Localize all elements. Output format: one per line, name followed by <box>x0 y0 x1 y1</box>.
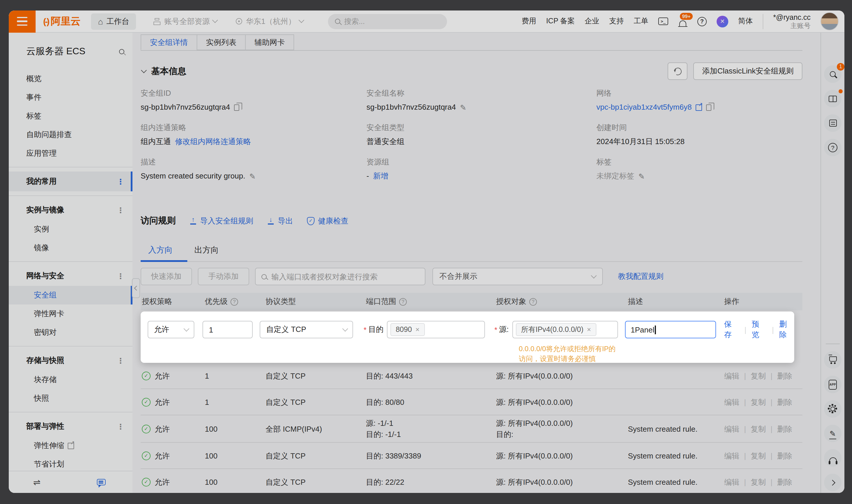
manual-add-button[interactable]: 手动添加 <box>198 268 249 285</box>
sidebar-item-block-storage[interactable]: 块存储 <box>9 371 132 389</box>
cloudshell-icon[interactable]: >_ <box>658 18 668 25</box>
delete-rule-link[interactable]: 删除 <box>779 319 794 340</box>
sidebar-item-overview[interactable]: 概览 <box>9 69 132 88</box>
copy-row-link[interactable]: 复制 <box>751 423 766 434</box>
copy-icon[interactable] <box>234 104 239 110</box>
vpc-link[interactable]: vpc-bp1ciyab1xz4vt5fym6y8 <box>597 102 692 112</box>
edit-row-link[interactable]: 编辑 <box>724 370 739 381</box>
topbar-link-icp[interactable]: ICP 备案 <box>546 16 575 26</box>
copy-icon[interactable] <box>706 104 712 110</box>
edit-row-link[interactable]: 编辑 <box>724 396 739 408</box>
protocol-select[interactable]: 自定义 TCP <box>260 321 353 338</box>
sidebar-section-deploy-elasticity[interactable]: 部署与弹性 ⋮ <box>9 416 132 436</box>
help-circle-icon[interactable]: ? <box>529 298 537 305</box>
brand-x-icon[interactable]: ✕ <box>716 16 728 27</box>
rail-support-button[interactable] <box>824 449 841 467</box>
health-check-link[interactable]: ✓ 健康检查 <box>307 216 349 226</box>
workbench-button[interactable]: ⌂ 工作台 <box>91 13 136 30</box>
copy-row-link[interactable]: 复制 <box>751 396 766 408</box>
refresh-button[interactable] <box>668 62 688 80</box>
config-guide-link[interactable]: 教我配置规则 <box>618 271 663 282</box>
copy-row-link[interactable]: 复制 <box>751 476 766 487</box>
edit-row-link[interactable]: 编辑 <box>724 423 739 434</box>
save-rule-link[interactable]: 保存 <box>724 319 739 340</box>
delete-row-link[interactable]: 删除 <box>777 450 793 461</box>
hamburger-menu-button[interactable] <box>9 11 36 32</box>
sidebar-item-app-management[interactable]: 应用管理 <box>9 144 132 163</box>
topbar-link-billing[interactable]: 费用 <box>522 16 536 26</box>
remove-tag-icon[interactable]: × <box>415 325 420 334</box>
policy-select[interactable]: 允许 <box>148 321 194 338</box>
resource-scope-dropdown[interactable]: 账号全部资源 <box>154 16 217 26</box>
rail-docs-button[interactable] <box>824 90 841 107</box>
copy-row-link[interactable]: 复制 <box>751 450 766 461</box>
avatar[interactable] <box>820 12 838 30</box>
account-info[interactable]: *@ryanc.cc 主账号 <box>773 13 811 30</box>
topbar-link-enterprise[interactable]: 企业 <box>585 16 599 26</box>
region-dropdown[interactable]: 华东1（杭州） <box>236 16 303 26</box>
rail-help-button[interactable]: ? <box>824 139 841 156</box>
sidebar-section-network-security[interactable]: 网络与安全 ⋮ <box>9 266 132 286</box>
rail-settings-button[interactable] <box>824 400 841 418</box>
remove-tag-icon[interactable]: × <box>587 325 591 334</box>
preview-rule-link[interactable]: 预览 <box>752 319 767 340</box>
sidebar-item-enis[interactable]: 弹性网卡 <box>9 305 132 323</box>
edit-pencil-icon[interactable]: ✎ <box>460 104 466 111</box>
sidebar-section-instances-images[interactable]: 实例与镜像 ⋮ <box>9 200 132 220</box>
tab-instance-list[interactable]: 实例列表 <box>197 34 246 50</box>
import-rules-link[interactable]: ↑ 导入安全组规则 <box>190 216 253 226</box>
delete-row-link[interactable]: 删除 <box>777 423 793 434</box>
sidebar-search-icon[interactable] <box>119 49 124 54</box>
feedback-chat-icon[interactable] <box>97 479 106 485</box>
notifications-button[interactable]: 99+ <box>678 17 688 26</box>
sidebar-item-snapshots[interactable]: 快照 <box>9 389 132 408</box>
global-search-input[interactable] <box>344 17 440 25</box>
sidebar-item-images[interactable]: 镜像 <box>9 238 132 257</box>
edit-row-link[interactable]: 编辑 <box>724 450 739 461</box>
rail-app-button[interactable]: APP <box>824 376 841 393</box>
tab-inbound[interactable]: 入方向 <box>141 245 187 261</box>
more-options-icon[interactable]: ⋮ <box>117 178 124 185</box>
priority-input[interactable]: 1 <box>202 321 253 338</box>
copy-row-link[interactable]: 复制 <box>751 370 766 381</box>
more-options-icon[interactable]: ⋮ <box>117 357 124 364</box>
more-options-icon[interactable]: ⋮ <box>117 272 124 280</box>
modify-policy-link[interactable]: 修改组内网络连通策略 <box>175 137 251 147</box>
rule-search-input[interactable] <box>271 272 419 281</box>
delete-row-link[interactable]: 删除 <box>777 476 793 487</box>
topbar-link-tickets[interactable]: 工单 <box>634 16 648 26</box>
sidebar-item-troubleshoot[interactable]: 自助问题排查 <box>9 125 132 144</box>
add-resource-group-link[interactable]: 新增 <box>373 171 388 181</box>
display-mode-select[interactable]: 不合并展示 <box>432 268 603 285</box>
add-classiclink-rule-button[interactable]: 添加ClassicLink安全组规则 <box>694 62 803 80</box>
source-input[interactable]: 所有IPv4(0.0.0.0/0) × <box>512 321 618 338</box>
rail-feedback-button[interactable]: ✎ <box>824 425 841 442</box>
tab-secondary-eni[interactable]: 辅助网卡 <box>245 34 294 50</box>
delete-row-link[interactable]: 删除 <box>777 396 793 408</box>
tab-security-group-detail[interactable]: 安全组详情 <box>141 34 197 50</box>
topbar-link-support[interactable]: 支持 <box>609 16 624 26</box>
help-circle-icon[interactable]: ? <box>231 298 238 305</box>
external-link-icon[interactable] <box>696 104 702 110</box>
rule-description-input[interactable]: 1Panel <box>625 321 716 338</box>
sidebar-item-instances[interactable]: 实例 <box>9 220 132 238</box>
tab-outbound[interactable]: 出方向 <box>193 245 227 261</box>
dest-port-input[interactable]: 8090 × <box>387 321 485 338</box>
sidebar-section-favorites[interactable]: 我的常用 ⋮ <box>9 172 132 191</box>
rail-tasks-button[interactable] <box>824 114 841 132</box>
edit-pencil-icon[interactable]: ✎ <box>249 173 255 180</box>
sidebar-item-auto-scaling[interactable]: 弹性伸缩 <box>9 436 132 455</box>
switch-version-icon[interactable]: ⇌ <box>33 478 40 486</box>
sidebar-collapse-handle[interactable] <box>132 278 140 298</box>
help-circle-icon[interactable]: ? <box>399 298 407 305</box>
rail-search-button[interactable]: 1 <box>824 65 841 83</box>
more-options-icon[interactable]: ⋮ <box>117 206 124 214</box>
collapse-section-icon[interactable] <box>141 67 147 73</box>
sidebar-item-key-pairs[interactable]: 密钥对 <box>9 323 132 342</box>
quick-add-button[interactable]: 快速添加 <box>141 268 192 285</box>
edit-pencil-icon[interactable]: ✎ <box>638 173 645 180</box>
more-options-icon[interactable]: ⋮ <box>117 422 124 430</box>
rail-collapse-button[interactable] <box>824 474 841 491</box>
help-icon[interactable]: ? <box>697 17 707 26</box>
language-switch[interactable]: 简体 <box>738 16 753 26</box>
